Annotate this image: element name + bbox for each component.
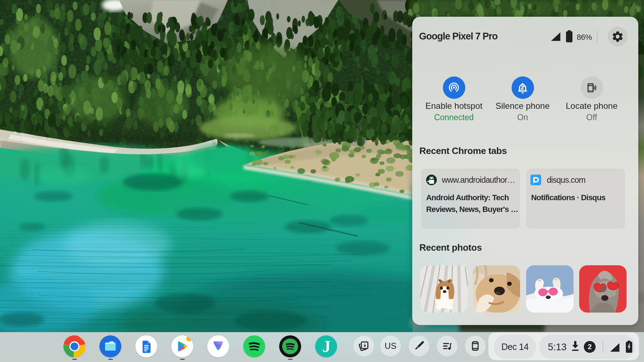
svg-text:J: J: [323, 337, 331, 356]
